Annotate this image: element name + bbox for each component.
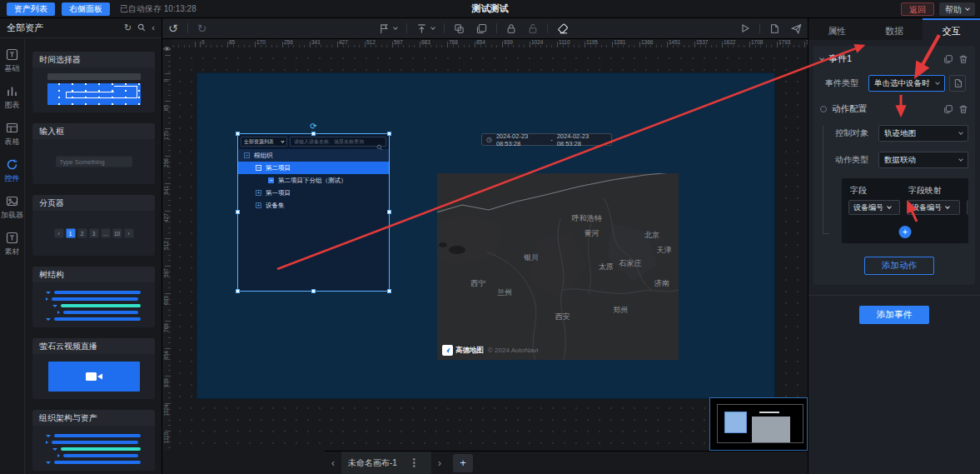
video-camera-icon [85,371,103,382]
tab-properties[interactable]: 属性 [808,18,866,40]
chevron-down-icon [958,130,963,135]
ruler-number: 1537 [696,39,708,45]
component-card-org-tree[interactable]: 组织架构与资产 [32,410,155,471]
canvas-workspace[interactable]: ⟳ 全部资源列表 −根组织 −第二项目 −第二项目下分组（测试） +第一项目 +… [171,47,808,451]
eraser-icon[interactable] [557,23,569,34]
rotate-handle-icon[interactable]: ⟳ [310,122,316,131]
tree-node-project1[interactable]: +第一项目 [238,187,389,199]
back-button[interactable]: 返回 [901,2,934,16]
category-controls[interactable]: 控件 [5,158,20,184]
delete-action-icon[interactable] [958,104,968,114]
resource-filter-dropdown[interactable]: 全部资源列表 [241,137,287,147]
collapse-event-chevron-icon[interactable] [819,56,824,61]
asset-list-button[interactable]: 资产列表 [7,2,55,16]
category-charts[interactable]: 图表 [5,85,20,111]
component-list: 时间选择器 输入框 Type Something 分页器 ‹ 1 2 3 . [26,38,162,474]
category-loaders[interactable]: 加载器 [1,195,23,221]
date-range-picker-widget[interactable]: 2024-02-23 08:53:28 - 2024-02-23 08:53:2… [481,133,612,146]
component-card-timepicker[interactable]: 时间选择器 [32,52,155,112]
lock-icon[interactable] [506,23,516,34]
collapse-icon[interactable]: − [244,152,250,158]
resize-handle-e[interactable] [387,210,391,214]
publish-icon[interactable] [791,23,802,34]
minimap[interactable] [709,397,808,451]
tree-node-root[interactable]: −根组织 [238,149,389,162]
add-action-button[interactable]: 添加动作 [864,257,934,275]
help-button[interactable]: 帮助 [939,2,975,16]
expand-icon[interactable]: + [256,190,261,196]
next-canvas-chevron-icon[interactable]: › [438,457,441,469]
add-event-button[interactable]: 添加事件 [859,306,929,324]
resize-handle-n[interactable] [311,132,316,136]
ruler-number: 85 [163,101,169,116]
extra-select[interactable] [967,200,968,215]
align-top-icon[interactable] [416,23,435,34]
add-mapping-row-button[interactable]: + [899,226,912,238]
resize-handle-se[interactable] [387,289,391,293]
track-map-widget[interactable]: 呼和浩特 黄河 北京 天津 银川 太原 石家庄 济南 西宁 兰州 西安 郑州 高… [437,173,679,360]
device-search-box[interactable] [290,137,386,147]
unlock-icon[interactable] [528,23,538,34]
preview-play-icon[interactable] [740,23,750,33]
collapse-icon[interactable]: − [268,177,274,183]
refresh-icon[interactable]: ↻ [124,23,132,32]
component-card-video-ezviz[interactable]: 萤石云视频直播 [32,338,155,399]
category-basic[interactable]: 基础 [5,48,20,74]
snapshot-icon[interactable] [769,23,779,34]
canvas-region: ↺ ↻ 085170256341427512597683768854939102… [162,18,808,474]
timepicker-preview [32,67,155,112]
marker-flag-icon[interactable] [379,23,397,34]
field-mapping-select[interactable]: 设备编号 [907,200,960,215]
copy-event-icon[interactable] [943,54,953,64]
video-preview [32,354,155,399]
date-separator: - [550,136,553,143]
add-canvas-button[interactable]: + [453,454,473,472]
tree-node-selected[interactable]: −第二项目 [238,162,389,174]
action-type-select[interactable]: 数据联动 [878,152,968,168]
collapse-icon[interactable]: − [256,165,261,171]
prev-canvas-chevron-icon[interactable]: ‹ [331,457,335,469]
control-target-select[interactable]: 轨迹地图 [878,125,968,142]
ruler-number: 256 [163,156,169,171]
category-tables[interactable]: 表格 [5,122,20,147]
resize-handle-sw[interactable] [236,289,240,293]
search-icon[interactable] [137,23,146,33]
tab-data[interactable]: 数据 [866,18,923,40]
collapse-panel-icon[interactable]: ‹ [152,23,155,32]
ruler-number: 1708 [751,39,763,45]
undo-icon[interactable]: ↺ [168,22,178,34]
date-start: 2024-02-23 08:53:28 [496,132,546,147]
category-materials[interactable]: 素材 [5,232,20,257]
input-preview: Type Something [32,139,155,184]
delete-event-icon[interactable] [958,54,968,64]
right-panel-button[interactable]: 右侧面板 [62,2,110,16]
event-code-icon[interactable] [949,75,966,92]
map-river-label: 黄河 [585,227,599,238]
assets-panel-title: 全部资产 [7,22,118,34]
toggle-visibility-eye-icon[interactable] [163,40,171,55]
ruler-number: 597 [163,266,169,281]
resize-handle-s[interactable] [311,289,316,293]
device-tree-widget[interactable]: ⟳ 全部资源列表 −根组织 −第二项目 −第二项目下分组（测试） +第一项目 +… [237,133,390,292]
expand-icon[interactable]: + [256,202,261,208]
device-search-input[interactable] [291,139,386,144]
ruler-number: 512 [163,238,169,253]
component-card-input[interactable]: 输入框 Type Something [32,123,155,184]
duplicate-icon[interactable] [476,23,487,34]
tree-node-deviceset[interactable]: +设备集 [238,199,389,212]
resize-handle-w[interactable] [236,210,240,214]
redo-icon[interactable]: ↻ [197,22,207,34]
tree-node-subgroup[interactable]: −第二项目下分组（测试） [238,174,389,187]
event-type-select[interactable]: 单击选中设备时 [868,75,945,92]
resize-handle-ne[interactable] [387,132,391,136]
field-select[interactable]: 设备编号 [848,200,900,215]
group-icon[interactable] [454,23,465,34]
copy-action-icon[interactable] [943,104,953,114]
component-card-pagination[interactable]: 分页器 ‹ 1 2 3 ... 10 › [32,195,155,256]
canvas-tab[interactable]: 未命名画布-1 ••• [341,452,431,474]
component-card-tree[interactable]: 树结构 [32,267,155,327]
tab-interaction[interactable]: 交互 [923,18,980,40]
resize-handle-nw[interactable] [236,132,240,136]
date-end: 2024-02-23 08:53:28 [557,132,607,147]
tab-menu-icon[interactable]: ••• [410,457,418,467]
